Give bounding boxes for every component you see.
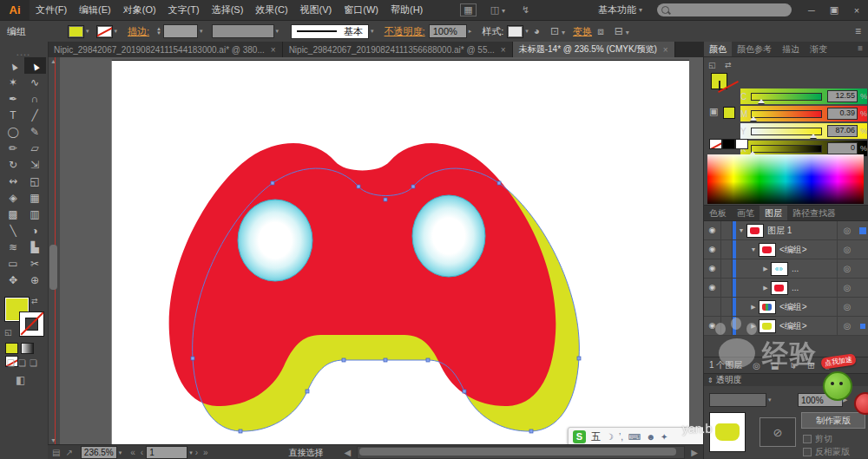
ime-toolbox-icon[interactable]: ✦: [661, 432, 667, 442]
swap-fill-stroke-icon[interactable]: ⇄: [31, 297, 38, 305]
minimize-button[interactable]: ─: [800, 5, 823, 16]
visibility-toggle[interactable]: ◉: [704, 279, 721, 297]
magic-wand-tool[interactable]: ✶: [3, 74, 24, 90]
new-sublayer-icon[interactable]: ↳: [790, 361, 797, 370]
channel-slider[interactable]: [751, 93, 823, 101]
screen-mode-button[interactable]: ◧: [16, 374, 25, 386]
variable-width-profile[interactable]: 基本: [291, 24, 369, 39]
opacity-link[interactable]: 不透明度:: [385, 25, 425, 38]
search-input[interactable]: [657, 3, 792, 16]
layer-row[interactable]: ◉ ▼ 图层 1 ◎: [704, 221, 868, 240]
panel-stroke-swatch[interactable]: [719, 81, 720, 92]
layer-name[interactable]: ...: [792, 264, 837, 273]
recolor-artwork-icon[interactable]: ◕: [534, 25, 540, 37]
line-segment-tool[interactable]: ╱: [24, 107, 46, 123]
lock-toggle[interactable]: [721, 317, 733, 335]
layer-name[interactable]: <编组>: [779, 301, 837, 313]
menu-item[interactable]: 对象(O): [123, 3, 156, 16]
direct-selection-tool[interactable]: ▲: [24, 57, 46, 74]
expand-triangle-icon[interactable]: ▶: [748, 323, 759, 330]
lock-toggle[interactable]: [721, 259, 733, 278]
gpu-performance-icon[interactable]: ↯: [522, 4, 529, 16]
bridge-icon[interactable]: ▦: [460, 3, 476, 16]
layer-row[interactable]: ◉ ▼ <编组> ◎: [704, 240, 868, 259]
type-tool[interactable]: T: [3, 107, 24, 123]
chevron-right-icon[interactable]: ▸: [469, 28, 472, 35]
horizontal-scrollbar[interactable]: [357, 446, 685, 459]
out-of-gamut-cube-icon[interactable]: ▣: [709, 106, 718, 117]
document-tab[interactable]: Nipic_29842067_20190824111544183000.ai* …: [48, 42, 283, 57]
slider-knob[interactable]: [758, 99, 765, 103]
swap-colors-icon[interactable]: ⇄: [725, 61, 732, 69]
color-button[interactable]: [5, 343, 18, 354]
last-artboard-icon[interactable]: »: [203, 448, 208, 457]
layer-name[interactable]: 图层 1: [767, 225, 837, 237]
stroke-weight-value[interactable]: [163, 24, 198, 38]
stroke-color-swatch[interactable]: [96, 25, 113, 38]
expand-triangle-icon[interactable]: ▼: [736, 227, 746, 233]
sogou-logo[interactable]: S: [573, 430, 586, 443]
gamepad-artwork[interactable]: [48, 57, 703, 444]
document-tab[interactable]: Nipic_29842067_20190824111356688000.ai* …: [283, 42, 513, 57]
align-icon[interactable]: ⧈: [597, 25, 604, 37]
channel-slider[interactable]: [751, 145, 823, 153]
gradient-tool[interactable]: ▥: [24, 206, 46, 222]
layer-thumbnail[interactable]: [746, 224, 764, 238]
stroke-weight-stepper[interactable]: ▲▼: [156, 27, 161, 36]
selection-indicator[interactable]: [857, 324, 868, 329]
column-graph-tool[interactable]: ▙: [24, 239, 46, 255]
default-fill-stroke-icon[interactable]: ◱: [4, 328, 12, 337]
target-icon[interactable]: ◎: [837, 240, 857, 259]
ime-toolbar[interactable]: S 五 ☽’,⌨☻✦: [568, 427, 703, 444]
free-transform-tool[interactable]: ◱: [24, 173, 46, 189]
white-swatch[interactable]: [735, 139, 748, 149]
document-tab[interactable]: 未标题-14* @ 236.5% (CMYK/预览) ×: [513, 42, 675, 57]
rotate-tool[interactable]: ↻: [3, 156, 24, 173]
channel-value[interactable]: 87.06: [827, 125, 858, 137]
panel-tab[interactable]: 颜色: [704, 42, 732, 56]
distribute-icon[interactable]: ⊟▾: [615, 25, 632, 37]
channel-value[interactable]: 0: [827, 142, 858, 154]
prev-artboard-icon[interactable]: ‹: [141, 448, 143, 457]
slider-knob[interactable]: [810, 134, 817, 138]
selection-indicator[interactable]: [857, 227, 868, 234]
expand-triangle-icon[interactable]: ▶: [760, 285, 771, 292]
scroll-up-icon[interactable]: ▲: [48, 58, 59, 64]
channel-value[interactable]: 0.39: [827, 108, 858, 120]
none-swatch[interactable]: [709, 139, 722, 149]
canvas-area[interactable]: ▲ ▼ S 五 ☽’,⌨☻✦: [48, 57, 703, 444]
ime-person-icon[interactable]: ☻: [646, 432, 655, 442]
object-thumbnail[interactable]: [709, 412, 746, 452]
brush-definition-select[interactable]: [212, 24, 274, 38]
symbol-sprayer-tool[interactable]: ≋: [3, 239, 24, 255]
opacity-value[interactable]: 100%: [429, 24, 467, 38]
artboard-number-value[interactable]: 1: [146, 446, 187, 459]
menu-item[interactable]: 文字(T): [168, 3, 200, 16]
menu-item[interactable]: 视图(V): [300, 3, 332, 16]
chevron-down-icon[interactable]: ▾: [115, 28, 118, 35]
chevron-down-icon[interactable]: ▾: [525, 28, 529, 35]
layer-name[interactable]: <编组>: [779, 320, 837, 332]
scale-tool[interactable]: ⇲: [24, 156, 46, 173]
layer-thumbnail[interactable]: [759, 300, 776, 314]
panel-drag-handle[interactable]: ••••: [0, 51, 48, 57]
close-tab-icon[interactable]: ×: [271, 45, 276, 55]
curvature-tool[interactable]: ∩: [24, 90, 46, 107]
mesh-tool[interactable]: ▩: [3, 206, 24, 222]
zoom-level-value[interactable]: 236.5%: [81, 446, 117, 459]
visibility-toggle[interactable]: ◉: [704, 259, 721, 278]
chevron-down-icon[interactable]: ▾: [119, 449, 122, 456]
pencil-tool[interactable]: ✏: [3, 140, 24, 156]
stroke-panel-link[interactable]: 描边:: [128, 25, 149, 38]
layer-row[interactable]: ◉ ▶ ... ◎: [704, 279, 868, 298]
arrange-documents-icon[interactable]: ◫▾: [490, 4, 508, 16]
stroke-color-control[interactable]: [19, 311, 44, 337]
menu-item[interactable]: 选择(S): [212, 3, 244, 16]
black-swatch[interactable]: [722, 139, 735, 149]
lock-toggle[interactable]: [721, 279, 733, 297]
menu-item[interactable]: 文件(F): [36, 3, 67, 16]
menu-item[interactable]: 效果(C): [255, 3, 287, 16]
first-artboard-icon[interactable]: «: [130, 448, 135, 457]
blend-tool[interactable]: ◑: [24, 222, 46, 239]
lasso-tool[interactable]: ∿: [24, 74, 46, 90]
